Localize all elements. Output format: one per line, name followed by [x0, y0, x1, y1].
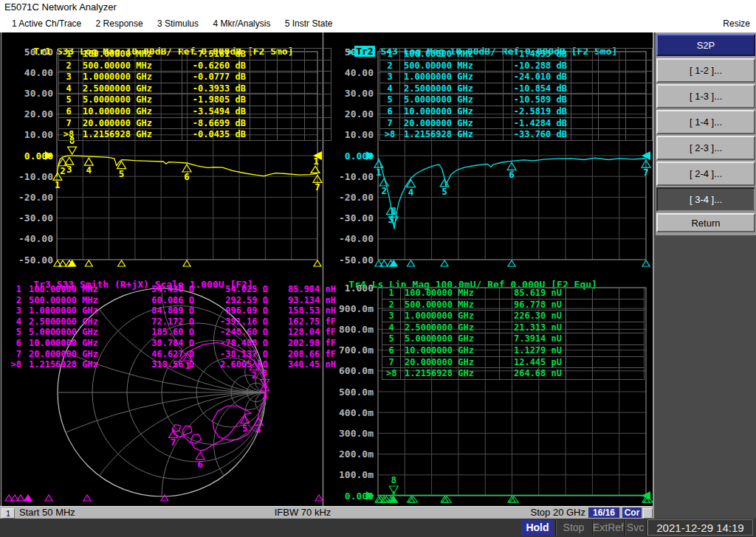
svg-text:800.0m: 800.0m [339, 324, 374, 335]
svg-text:20.00: 20.00 [24, 108, 53, 119]
svg-text:600.0m: 600.0m [339, 365, 374, 376]
svg-text:-30.00: -30.00 [18, 212, 53, 224]
softkey-3-4[interactable]: [ 3-4 ]... [656, 187, 755, 212]
svg-text:0.000: 0.000 [24, 150, 53, 162]
instrument-status-bar: Hold Stop ExtRef Svc 2021-12-29 14:19 [0, 519, 756, 537]
tr4-marker-table: 1100.00000 MHz85.619 nU2500.00000 MHz96.… [382, 287, 645, 380]
svg-text:7: 7 [315, 181, 320, 193]
svg-text:40.00: 40.00 [24, 67, 53, 78]
svg-text:2: 2 [60, 165, 66, 176]
svg-text:-50.00: -50.00 [339, 254, 374, 266]
softkey-1-4[interactable]: [ 1-4 ]... [656, 110, 755, 134]
active-trace-arrow-icon: ▶ [348, 46, 354, 57]
tr1-header: Tr1 S33 Log Mag 10.00dB/ Ref 0.000dB [F2… [10, 34, 294, 46]
tr1-marker-table: 1100.00000 MHz-7.5161 dB2500.00000 MHz-0… [58, 48, 331, 141]
svg-text:5: 5 [441, 186, 447, 197]
softkey-1-2[interactable]: [ 1-2 ]... [656, 58, 755, 83]
svg-text:30.00: 30.00 [24, 88, 53, 99]
datetime-display: 2021-12-29 14:19 [647, 519, 753, 536]
svg-text:-50.00: -50.00 [18, 254, 53, 266]
svg-text:6: 6 [197, 459, 203, 470]
svg-text:8: 8 [391, 205, 396, 216]
svg-text:200.0m: 200.0m [339, 448, 374, 460]
points-badge: 16/16 [588, 507, 619, 518]
softkey-sidebar: S2P [ 1-2 ]... [ 1-3 ]... [ 1-4 ]... [ 2… [653, 32, 756, 519]
tr4-header: Tr4 Ls Lin Mag 100.0mU/ Ref 0.000U [F2 E… [326, 267, 597, 279]
tr2-active-badge[interactable]: Tr2 [354, 46, 374, 57]
softkey-2-4[interactable]: [ 2-4 ]... [656, 162, 755, 186]
svc-indicator: Svc [625, 519, 645, 537]
svg-text:400.0m: 400.0m [339, 407, 374, 418]
window-titlebar: E5071C Network Analyzer [0, 0, 756, 15]
svg-text:0.000: 0.000 [345, 491, 374, 502]
svg-text:1: 1 [313, 156, 319, 167]
ifbw-label: IFBW 70 kHz [221, 507, 384, 519]
menu-mkr-analysis[interactable]: 4 Mkr/Analysis [213, 15, 270, 32]
svg-text:5: 5 [119, 168, 125, 179]
svg-text:100.0m: 100.0m [339, 469, 374, 480]
svg-text:4: 4 [255, 424, 261, 435]
hold-indicator: Hold [521, 520, 554, 536]
svg-text:500.0m: 500.0m [339, 387, 374, 398]
menu-active-ch-trace[interactable]: 1 Active Ch/Trace [12, 15, 81, 32]
svg-text:3: 3 [388, 214, 394, 225]
svg-text:-10.00: -10.00 [339, 171, 374, 182]
svg-text:30.00: 30.00 [345, 88, 374, 99]
softkey-buttons: S2P [ 1-2 ]... [ 1-3 ]... [ 1-4 ]... [ 2… [656, 32, 756, 235]
menu-stimulus[interactable]: 3 Stimulus [157, 15, 199, 32]
menu-instr-state[interactable]: 5 Instr State [285, 15, 333, 32]
svg-text:10.00: 10.00 [345, 129, 374, 140]
svg-text:4: 4 [408, 187, 414, 198]
channel-status-bar: 1 Start 50 MHz IFBW 70 kHz Stop 20 GHz 1… [0, 506, 653, 519]
sweep-stop-label: Stop 20 GHz [480, 507, 585, 519]
svg-text:6: 6 [509, 169, 515, 180]
svg-text:1: 1 [376, 167, 382, 178]
svg-text:20.00: 20.00 [345, 108, 374, 119]
softkey-s2p-header: S2P [656, 34, 755, 56]
svg-text:1: 1 [55, 179, 61, 190]
svg-text:-40.00: -40.00 [339, 233, 374, 244]
svg-text:900.0m: 900.0m [339, 303, 374, 314]
svg-text:0.000: 0.000 [345, 150, 374, 162]
svg-text:-40.00: -40.00 [18, 233, 53, 244]
svg-text:300.0m: 300.0m [339, 428, 374, 439]
softkey-return[interactable]: Return [656, 213, 755, 232]
menu-response[interactable]: 2 Response [96, 15, 143, 32]
svg-text:-20.00: -20.00 [18, 192, 53, 203]
svg-text:700.0m: 700.0m [339, 344, 374, 356]
svg-text:-30.00: -30.00 [339, 212, 374, 224]
softkey-2-3[interactable]: [ 2-3 ]... [656, 136, 755, 160]
svg-text:2: 2 [381, 185, 387, 196]
extref-indicator: ExtRef [593, 519, 624, 537]
svg-text:2: 2 [252, 370, 258, 381]
tr2-header: ▶Tr2 S43 Log Mag 10.00dB/ Ref 0.000dB [F… [326, 34, 617, 46]
tr2-marker-table: 1100.00000 MHz-1.4893 dB2500.00000 MHz-1… [379, 48, 653, 141]
resize-button[interactable]: Resize [723, 15, 750, 32]
svg-text:8: 8 [391, 474, 396, 485]
svg-text:10.00: 10.00 [24, 129, 53, 140]
tr3-marker-table: 1100.00000 MHz54.430 Ω54.025 Ω85.984 nH2… [6, 284, 340, 370]
svg-text:6: 6 [184, 171, 190, 182]
svg-text:5: 5 [242, 423, 248, 434]
window-title: E5071C Network Analyzer [4, 1, 117, 13]
stop-indicator: Stop [556, 519, 591, 537]
svg-text:40.00: 40.00 [345, 67, 374, 78]
svg-text:-20.00: -20.00 [339, 192, 374, 203]
status-spare-box [643, 508, 653, 519]
svg-text:7: 7 [171, 437, 176, 448]
svg-text:3: 3 [66, 164, 72, 175]
svg-text:3: 3 [262, 390, 268, 401]
softkey-1-3[interactable]: [ 1-3 ]... [656, 84, 755, 108]
correction-badge: Cor [622, 507, 642, 518]
menu-bar: 1 Active Ch/Trace 2 Response 3 Stimulus … [0, 15, 756, 32]
svg-text:4: 4 [86, 164, 92, 176]
svg-text:-10.00: -10.00 [18, 171, 53, 182]
tr3-header: Tr3 S33 Smith (R+jX) Scale 1.000U [F2] [10, 267, 253, 279]
svg-text:7: 7 [643, 167, 649, 178]
instrument-screen: E5071C Network Analyzer 1 Active Ch/Trac… [0, 0, 756, 537]
sweep-start-label: Start 50 MHz [19, 507, 75, 519]
channel-number-box: 1 [1, 508, 15, 519]
